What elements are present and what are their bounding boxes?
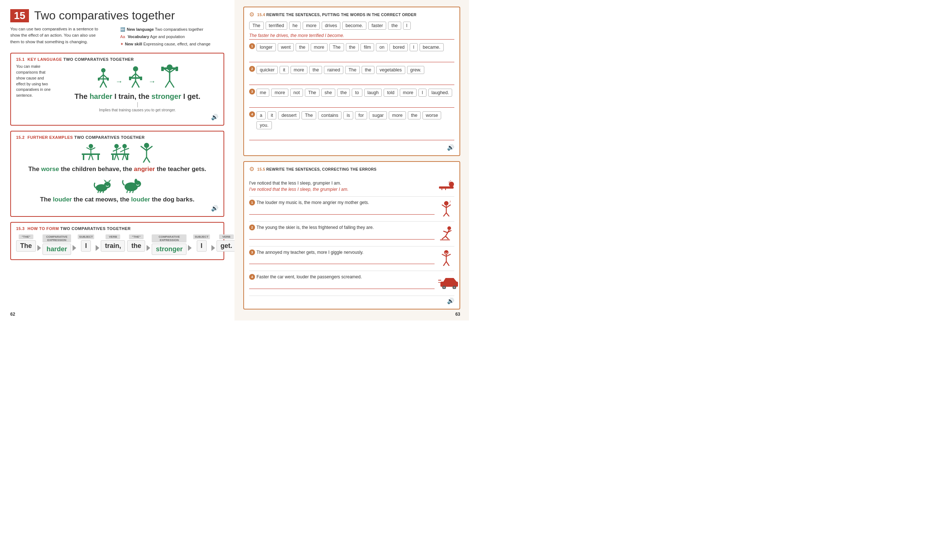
svg-rect-26: [164, 68, 176, 69]
left-page: 15 Two comparatives together You can use…: [0, 0, 234, 320]
music-figure: ♪: [438, 200, 454, 217]
error-num-4: 4: [249, 274, 255, 280]
sentence-children: The worse the children behave, the angri…: [16, 166, 219, 173]
form-value-verb1: train,: [101, 240, 125, 252]
language-icon: 🔤: [120, 27, 125, 31]
svg-line-62: [100, 191, 101, 193]
figure-1: [96, 68, 110, 89]
form-label-the2: "THE": [129, 234, 144, 239]
form-col-subject1: SUBJECT I: [78, 234, 94, 255]
skier-figure: [438, 226, 456, 241]
section-15-1-header: 15.1 KEY LANGUAGE TWO COMPARATIVES TOGET…: [16, 57, 219, 62]
svg-line-48: [125, 148, 129, 150]
tile-the[interactable]: The: [249, 22, 264, 30]
svg-rect-7: [107, 78, 109, 81]
exercise-gear-icon: ⚙: [249, 11, 254, 18]
form-col-subject2: SUBJECT I: [193, 234, 209, 255]
audio-icon-1[interactable]: 🔊: [16, 114, 219, 120]
item-num-2: 2: [249, 66, 255, 72]
item-1-tiles: longer went the more The the film on bor…: [256, 43, 454, 51]
arrow-icon-2: →: [148, 77, 156, 89]
item-2-tiles: quicker it more the rained The the veget…: [256, 66, 454, 74]
svg-line-5: [103, 81, 106, 88]
form-arrow-5: [188, 234, 192, 255]
item-1-row: 1 longer went the more The the film on b…: [249, 43, 454, 54]
tile-i[interactable]: I: [403, 22, 411, 30]
error-original-example: I've noticed that the less I sleep, grum…: [249, 180, 434, 186]
form-col-verb1: VERB train,: [101, 234, 125, 255]
item-2-answer: [249, 78, 454, 85]
figures-and-sentence: → →: [56, 64, 219, 112]
error-corrected-example: I've noticed that the less I sleep, the …: [249, 186, 434, 193]
tile-more[interactable]: more: [303, 22, 319, 30]
svg-line-81: [446, 213, 449, 217]
right-page: ⚙ 15.4 REWRITE THE SENTENCES, PUTTING TH…: [234, 0, 469, 320]
form-value-comp1: harder: [43, 243, 71, 255]
error-figure-3: [438, 250, 454, 267]
section-15-3-header: 15.3 HOW TO FORM TWO COMPARATIVES TOGETH…: [16, 226, 219, 231]
item-4-tiles: a it dessert The contains is for sugar m…: [256, 111, 454, 129]
tile-drives[interactable]: drives: [322, 22, 340, 30]
tile-become[interactable]: become.: [342, 22, 367, 30]
exercise-15-4-header: ⚙ 15.4 REWRITE THE SENTENCES, PUTTING TH…: [249, 11, 454, 18]
svg-line-14: [136, 81, 139, 88]
item-num-3: 3: [249, 89, 255, 94]
error-3-row: 3 The annoyed my teacher gets, more I gi…: [249, 249, 434, 255]
error-1-row: 1 The louder my music is, the more angri…: [249, 200, 434, 206]
form-arrow-6: [211, 234, 216, 255]
children-figure-2: [109, 143, 131, 163]
item-2-row: 2 quicker it more the rained The the veg…: [249, 66, 454, 76]
item-num-4: 4: [249, 111, 255, 117]
svg-text:z: z: [450, 180, 451, 182]
error-answer-4: [249, 282, 434, 289]
svg-line-22: [165, 81, 169, 88]
form-label-comp2: COMPARATIVE EXPRESSION: [152, 234, 186, 243]
svg-line-92: [442, 254, 446, 256]
form-col-the2: "THE" the: [127, 234, 145, 255]
cat-figure: [94, 178, 114, 193]
svg-rect-24: [161, 67, 164, 71]
audio-icon-5[interactable]: 🔊: [249, 297, 454, 305]
exercise-15-4-title: 15.4 REWRITE THE SENTENCES, PUTTING THE …: [257, 12, 417, 17]
svg-rect-36: [111, 154, 129, 155]
form-arrow-4: [146, 234, 151, 255]
item-1-answer: [249, 55, 454, 62]
svg-point-30: [89, 144, 93, 148]
audio-icon-4[interactable]: 🔊: [249, 144, 454, 151]
form-label-verb1: VERB: [106, 234, 120, 239]
key-language-desc: You can make comparisons that show cause…: [16, 64, 53, 98]
form-label-verb2: VERB: [219, 234, 234, 239]
svg-line-56: [146, 157, 150, 163]
tile-he[interactable]: he: [289, 22, 301, 30]
tile-terrified[interactable]: terrified: [266, 22, 288, 30]
svg-line-23: [169, 81, 174, 88]
svg-point-0: [101, 68, 106, 72]
svg-point-90: [444, 250, 448, 255]
tile-the2[interactable]: the: [388, 22, 401, 30]
sleeping-figure: z z: [438, 179, 454, 192]
audio-icon-2[interactable]: 🔊: [16, 205, 219, 212]
meta-vocabulary: Aa Vocabulary Age and population: [120, 33, 210, 41]
chapter-title: Two comparatives together: [34, 9, 175, 22]
svg-line-94: [444, 262, 446, 266]
form-label-comp1: COMPARATIVE EXPRESSION: [43, 234, 71, 243]
error-original-4: Faster the car went, louder the passenge…: [256, 274, 362, 280]
form-value-the2: the: [127, 240, 145, 252]
exercise-4-item-2: 2 quicker it more the rained The the veg…: [249, 66, 454, 85]
section-15-2-header: 15.2 FURTHER EXAMPLES TWO COMPARATIVES T…: [16, 135, 219, 140]
error-answer-1: [249, 207, 434, 215]
error-original-1: The louder my music is, the more angrier…: [256, 200, 369, 206]
svg-line-84: [445, 230, 449, 236]
form-arrow-2: [72, 234, 77, 255]
error-figure-1: ♪: [438, 200, 454, 218]
exercise-4-example: The terrified he more drives become. fas…: [249, 22, 454, 40]
skill-icon: ✦: [120, 42, 123, 46]
form-label-subject1: SUBJECT: [78, 234, 94, 239]
error-original-3: The annoyed my teacher gets, more I gigg…: [256, 249, 363, 255]
error-4-row: 4 Faster the car went, louder the passen…: [249, 274, 434, 280]
right-page-number: 63: [456, 312, 460, 317]
form-value-comp2: stronger: [152, 243, 186, 255]
svg-rect-37: [112, 155, 114, 160]
tile-faster[interactable]: faster: [368, 22, 386, 30]
svg-point-83: [447, 226, 451, 230]
